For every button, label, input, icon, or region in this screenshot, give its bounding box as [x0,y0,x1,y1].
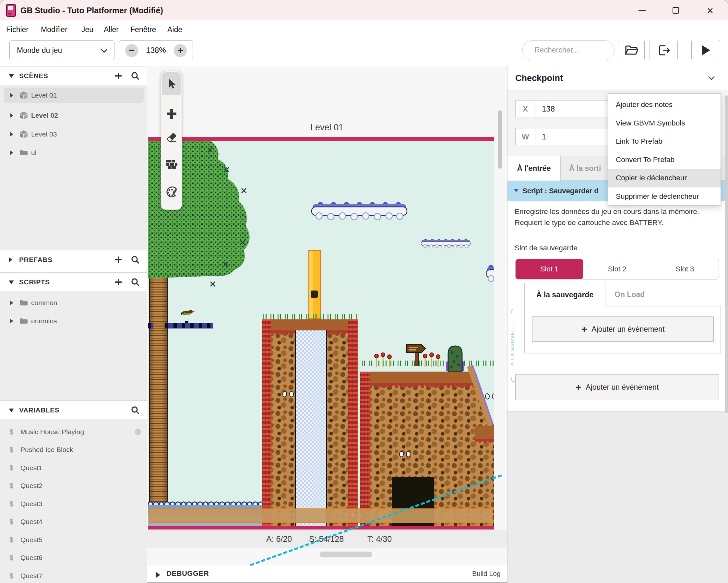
zoom-in-button[interactable]: + [174,44,187,57]
tab-on-save[interactable]: À la sauvegarde [524,283,605,307]
collapse-icon [9,74,14,78]
bird-actor[interactable] [179,308,195,324]
scene-title[interactable]: Level 01 [294,123,359,135]
scripts-section-header[interactable]: SCRIPTS [0,272,147,291]
variable-row[interactable]: $Quest4 [0,514,147,529]
expand-icon[interactable] [10,319,13,323]
scene-label: Level 02 [31,108,58,123]
inspector-scrollbar[interactable] [725,95,728,413]
search-variables-icon[interactable] [131,406,140,415]
rope-column [149,267,168,523]
open-project-folder-button[interactable] [618,40,645,60]
collisions-tool-button[interactable] [162,153,181,176]
player-actor[interactable] [311,291,318,298]
slot-3-button[interactable]: Slot 3 [651,259,719,279]
menu-item-copy-trigger[interactable]: Copier le déclencheur [608,169,721,187]
search-scenes-icon[interactable] [131,71,140,80]
minimize-button[interactable] [636,6,648,15]
cloud-platform-partial [487,265,494,283]
menu-aide[interactable]: Aide [165,21,184,38]
canvas-vertical-scrollbar[interactable] [498,110,502,168]
menu-aller[interactable]: Aller [102,21,121,38]
water-waves [148,500,262,505]
variable-row[interactable]: $Quest1 [0,460,147,475]
cloud-platform [421,235,471,252]
close-button[interactable]: ✕ [705,6,716,15]
expand-icon[interactable] [10,132,13,136]
collapse-icon [9,281,14,284]
select-tool-button[interactable] [162,72,181,95]
tab-on-enter[interactable]: À l'entrée [508,156,561,181]
script-folder-common[interactable]: common [0,295,147,311]
expand-icon[interactable] [10,93,13,98]
trigger-context-menu: Ajouter des notes View GBVM Symbols Link… [608,94,721,206]
save-slot-label: Slot de sauvegarde [515,244,577,252]
debugger-title[interactable]: DEBUGGER [166,565,209,582]
search-input[interactable] [535,43,606,57]
expand-icon[interactable] [10,113,13,118]
variable-row[interactable]: $Quest6 [0,550,147,565]
scene-level01[interactable] [148,137,494,530]
menu-item-link-prefab[interactable]: Link To Prefab [608,132,721,151]
add-event-label: Ajouter un événement [592,325,665,334]
tab-on-load[interactable]: On Load [615,283,645,306]
menu-item-add-notes[interactable]: Ajouter des notes [608,96,721,114]
variable-icon: $ [9,497,13,511]
slot-1-button[interactable]: Slot 1 [516,259,583,279]
variable-row[interactable]: $Quest2 [0,478,147,493]
add-event-button[interactable]: + Ajouter un événement [532,316,714,342]
run-game-button[interactable] [691,40,720,60]
tab-on-leave[interactable]: À la sorti [569,156,601,181]
script-folder-enemies[interactable]: enemies [0,313,147,329]
scene-row-ui[interactable]: ui [0,145,147,160]
export-button[interactable] [650,40,678,60]
scene-cube-icon [19,111,28,120]
eraser-tool-button[interactable] [162,126,181,149]
scene-label: Level 03 [31,127,57,142]
menu-item-delete-trigger[interactable]: Supprimer le déclencheur [608,187,721,206]
add-prefab-icon[interactable] [114,255,123,264]
expand-icon[interactable] [156,572,160,578]
maximize-button[interactable] [670,6,681,15]
variable-row[interactable]: $Quest5 [0,532,147,547]
build-log-link[interactable]: Build Log [472,565,501,582]
chevron-down-icon[interactable] [708,76,715,80]
platform-1-left-edge [262,319,271,526]
variable-row[interactable]: $Quest3 [0,497,147,511]
view-mode-select[interactable]: Monde du jeu [9,40,114,60]
search-scripts-icon[interactable] [131,277,140,287]
variable-row[interactable]: $Quest7 [0,568,147,583]
event-description: Enregistre les données du jeu en cours d… [515,206,722,228]
enemy-actor[interactable] [446,345,465,372]
menu-jeu[interactable]: Jeu [79,21,95,38]
expand-icon[interactable] [10,300,13,305]
slot-2-button[interactable]: Slot 2 [583,259,651,279]
inspector-title: Checkpoint [515,66,563,90]
menu-fichier[interactable]: Fichier [4,21,30,38]
colorize-tool-button[interactable] [162,181,181,204]
checkpoint-trigger[interactable] [149,508,493,523]
add-scene-icon[interactable] [114,71,123,80]
scene-row-level01[interactable]: Level 01 [0,87,147,103]
scenes-section-header[interactable]: SCÈNES [0,66,147,85]
variable-row[interactable]: $ Music House Playing [0,424,147,439]
variable-label: Quest4 [21,514,43,529]
add-event-button-2[interactable]: + Ajouter un événement [515,374,719,400]
menu-item-convert-prefab[interactable]: Convert To Prefab [608,151,721,169]
add-tool-button[interactable] [162,103,181,125]
variables-section-header[interactable]: VARIABLES [0,400,147,419]
script-event-title: Script : Sauvegarder d [522,181,599,201]
menu-fenetre[interactable]: Fenêtre [128,21,158,38]
plus-icon: + [576,384,581,390]
menu-item-view-gbvm[interactable]: View GBVM Symbols [608,114,721,133]
prefabs-section-header[interactable]: PREFABS [0,250,147,269]
scene-row-level03[interactable]: Level 03 [0,127,147,142]
scene-row-level02[interactable]: Level 02 [0,108,147,123]
search-prefabs-icon[interactable] [131,255,140,264]
menu-modifier[interactable]: Modifier [39,21,70,38]
add-script-icon[interactable] [114,277,123,287]
expand-icon[interactable] [10,151,13,155]
canvas-horizontal-scrollbar[interactable] [320,552,372,557]
variable-row[interactable]: $Pushed Ice Block [0,442,147,457]
pillar [308,250,321,319]
